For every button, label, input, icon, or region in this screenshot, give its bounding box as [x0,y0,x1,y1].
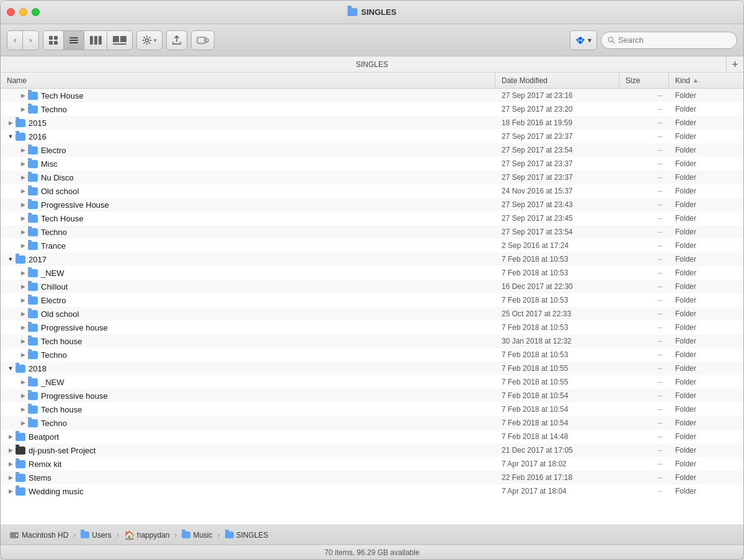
back-button[interactable]: ‹ [7,31,23,50]
expander-icon[interactable]: ▼ [6,363,16,373]
table-row[interactable]: ▶ Old school 25 Oct 2017 at 22:33 -- Fol… [1,307,743,321]
table-row[interactable]: ▶ Techno 27 Sep 2017 at 23:54 -- Folder [1,225,743,239]
expander-icon[interactable]: ▶ [18,145,28,155]
action-button[interactable] [166,30,187,50]
folder-icon [16,433,25,441]
name-column-header[interactable]: Name [1,73,495,88]
folder-icon [28,283,38,291]
table-row[interactable]: ▼ 2017 7 Feb 2018 at 10:53 -- Folder [1,252,743,266]
table-row[interactable]: ▶ Tech House 27 Sep 2017 at 23:16 -- Fol… [1,89,743,102]
add-button[interactable]: + [726,56,743,73]
table-row[interactable]: ▼ 2018 7 Feb 2018 at 10:55 -- Folder [1,362,743,375]
file-date: 27 Sep 2017 at 23:37 [495,132,619,141]
expander-icon[interactable]: ▼ [6,254,16,264]
expander-icon[interactable]: ▶ [6,486,16,496]
expander-icon[interactable]: ▶ [18,418,28,428]
table-row[interactable]: ▶ Tech House 27 Sep 2017 at 23:45 -- Fol… [1,211,743,225]
table-row[interactable]: ▶ Techno 27 Sep 2017 at 23:20 -- Folder [1,102,743,116]
expander-icon[interactable]: ▶ [6,473,16,482]
expander-icon[interactable]: ▶ [18,336,28,346]
close-button[interactable] [7,8,15,16]
maximize-button[interactable] [32,8,40,16]
table-row[interactable]: ▶ dj-push-set Project 21 Dec 2017 at 17:… [1,443,743,457]
expander-icon[interactable]: ▶ [18,159,28,169]
table-row[interactable]: ▶ Tech house 30 Jan 2018 at 12:32 -- Fol… [1,334,743,348]
table-row[interactable]: ▶ Chillout 16 Dec 2017 at 22:30 -- Folde… [1,280,743,293]
expander-icon[interactable]: ▶ [18,172,28,182]
table-row[interactable]: ▶ Beatport 7 Feb 2018 at 14:48 -- Folder [1,430,743,443]
expander-icon[interactable]: ▶ [6,432,16,442]
expander-icon[interactable]: ▶ [18,104,28,114]
date-column-header[interactable]: Date Modified [495,73,619,88]
expander-icon[interactable]: ▶ [18,186,28,196]
file-kind: Folder [669,378,743,386]
expander-icon[interactable]: ▶ [18,200,28,210]
forward-button[interactable]: › [23,31,38,50]
user-icon: 🏠 [124,530,135,540]
expander-icon[interactable]: ▶ [18,391,28,401]
breadcrumb-item-singles[interactable]: SINGLES [223,530,271,541]
table-row[interactable]: ▶ Techno 7 Feb 2018 at 10:53 -- Folder [1,348,743,362]
expander-icon[interactable]: ▶ [18,295,28,305]
icon-view-button[interactable] [43,31,64,50]
table-row[interactable]: ▶ Misc 27 Sep 2017 at 23:37 -- Folder [1,157,743,171]
table-row[interactable]: ▶ Wedding music 7 Apr 2017 at 18:04 -- F… [1,484,743,498]
table-row[interactable]: ▶ Electro 27 Sep 2017 at 23:54 -- Folder [1,143,743,157]
table-row[interactable]: ▶ Nu Disco 27 Sep 2017 at 23:37 -- Folde… [1,171,743,184]
table-row[interactable]: ▶ Old school 24 Nov 2016 at 15:37 -- Fol… [1,184,743,198]
table-row[interactable]: ▶ Progressive house 7 Feb 2018 at 10:54 … [1,389,743,402]
expander-icon[interactable]: ▼ [6,131,16,141]
file-name: Misc [41,159,58,169]
breadcrumb-item-macintosh-hd[interactable]: Macintosh HD [7,530,71,541]
breadcrumb-item-users[interactable]: Users [78,530,113,541]
dropbox-button[interactable]: ▾ [570,30,597,50]
expander-icon[interactable]: ▶ [6,445,16,455]
table-row[interactable]: ▶ Trance 2 Sep 2016 at 17:24 -- Folder [1,239,743,252]
table-row[interactable]: ▶ Stems 22 Feb 2016 at 17:18 -- Folder [1,471,743,484]
arrange-button[interactable]: ▾ [136,30,162,50]
search-input[interactable] [618,35,730,45]
file-size: -- [619,296,669,304]
expander-icon[interactable]: ▶ [18,322,28,332]
file-kind: Folder [669,91,743,100]
tag-button[interactable] [191,30,215,50]
minimize-button[interactable] [19,8,27,16]
table-row[interactable]: ▶ Electro 7 Feb 2018 at 10:53 -- Folder [1,293,743,307]
folder-icon [28,187,38,195]
table-row[interactable]: ▶ Progressive House 27 Sep 2017 at 23:43… [1,198,743,211]
column-view-button[interactable] [84,31,107,50]
table-row[interactable]: ▼ 2016 27 Sep 2017 at 23:37 -- Folder [1,130,743,143]
table-row[interactable]: ▶ Progressive house 7 Feb 2018 at 10:53 … [1,321,743,334]
table-row[interactable]: ▶ Techno 7 Feb 2018 at 10:54 -- Folder [1,416,743,430]
list-view-button[interactable] [64,31,84,50]
cover-flow-button[interactable] [107,31,132,50]
table-row[interactable]: ▶ Tech house 7 Feb 2018 at 10:54 -- Fold… [1,402,743,416]
expander-icon[interactable]: ▶ [18,227,28,237]
table-row[interactable]: ▶ _NEW 7 Feb 2018 at 10:55 -- Folder [1,375,743,389]
expander-icon[interactable]: ▶ [18,309,28,319]
expander-icon[interactable]: ▶ [6,118,16,128]
expander-icon[interactable]: ▶ [18,350,28,360]
kind-column-header[interactable]: Kind ▲ [669,73,743,88]
expander-icon[interactable]: ▶ [6,459,16,469]
expander-icon[interactable]: ▶ [18,91,28,100]
table-row[interactable]: ▶ Remix kit 7 Apr 2017 at 18:02 -- Folde… [1,457,743,471]
expander-icon[interactable]: ▶ [18,282,28,291]
search-bar[interactable] [601,32,737,49]
file-kind: Folder [669,255,743,264]
expander-icon[interactable]: ▶ [18,377,28,387]
file-kind: Folder [669,241,743,250]
expander-icon[interactable]: ▶ [18,268,28,278]
table-row[interactable]: ▶ _NEW 7 Feb 2018 at 10:53 -- Folder [1,266,743,280]
expander-icon[interactable]: ▶ [18,241,28,251]
expander-icon[interactable]: ▶ [18,213,28,223]
file-name-cell: ▶ Old school [1,307,495,321]
table-row[interactable]: ▶ 2015 18 Feb 2016 at 19:59 -- Folder [1,116,743,130]
size-column-header[interactable]: Size [619,73,669,88]
folder-icon [28,337,38,345]
breadcrumb-item-happydan[interactable]: 🏠happydan [122,529,172,541]
file-kind: Folder [669,214,743,223]
expander-icon[interactable]: ▶ [18,404,28,414]
share-icon [172,35,182,45]
breadcrumb-item-music[interactable]: Music [179,530,215,541]
